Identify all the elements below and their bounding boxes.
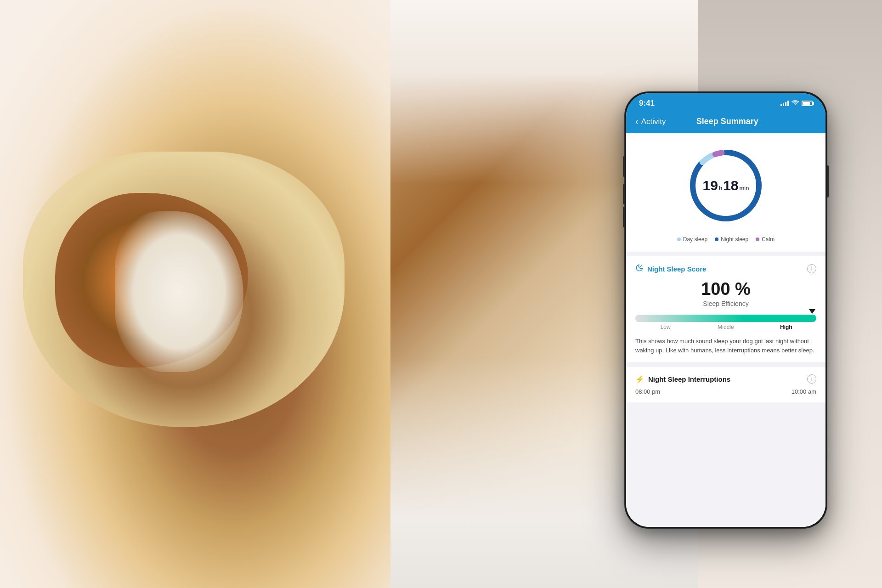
legend-night-sleep: Night sleep xyxy=(715,236,748,243)
chevron-left-icon: ‹ xyxy=(635,116,639,127)
moon-icon xyxy=(635,264,644,274)
progress-low-label: Low xyxy=(635,324,695,330)
back-button[interactable]: ‹ Activity xyxy=(635,116,666,127)
sleep-minutes: 18 xyxy=(723,177,738,194)
nav-bar: ‹ Activity Sleep Summary xyxy=(626,112,825,133)
circle-center-text: 19 h 18 min xyxy=(703,177,749,194)
phone-device: 9:41 xyxy=(625,92,827,528)
battery-icon xyxy=(802,101,813,106)
sleep-circle-section: 19 h 18 min Day sleep xyxy=(626,133,825,252)
night-sleep-label: Night sleep xyxy=(721,236,748,243)
interruptions-header: ⚡ Night Sleep Interruptions i xyxy=(635,374,816,384)
sleep-progress-container: Low Middle High xyxy=(635,315,816,330)
minutes-unit: min xyxy=(740,185,749,192)
status-bar: 9:41 xyxy=(626,93,825,112)
dog-scene xyxy=(0,0,390,588)
signal-icon xyxy=(780,101,789,106)
progress-indicator-arrow xyxy=(809,309,815,314)
interruptions-info-button[interactable]: i xyxy=(807,374,816,384)
sleep-circle-container: 19 h 18 min xyxy=(684,144,767,227)
progress-bar-fill xyxy=(635,315,816,322)
legend-calm: Calm xyxy=(756,236,775,243)
score-description: This shows how much sound sleep your dog… xyxy=(635,337,816,355)
interruptions-start-time: 08:00 pm xyxy=(635,388,660,395)
progress-high-label: High xyxy=(756,324,816,330)
night-sleep-dot xyxy=(715,237,718,241)
interruptions-time-row: 08:00 pm 10:00 am xyxy=(635,388,816,395)
lightning-icon: ⚡ xyxy=(635,375,645,384)
interruptions-title: ⚡ Night Sleep Interruptions xyxy=(635,375,730,384)
interruptions-title-text: Night Sleep Interruptions xyxy=(648,375,730,383)
score-info-button[interactable]: i xyxy=(807,264,816,273)
info-icon-2: i xyxy=(811,376,813,382)
sleep-score-section: Night Sleep Score i 100 % Sleep Efficien… xyxy=(626,256,825,362)
hours-unit: h xyxy=(719,185,722,192)
interruptions-end-time: 10:00 am xyxy=(792,388,816,395)
progress-labels: Low Middle High xyxy=(635,324,816,330)
score-sublabel: Sleep Efficiency xyxy=(635,300,816,307)
score-section-header: Night Sleep Score i xyxy=(635,264,816,274)
progress-middle-label: Middle xyxy=(695,324,756,330)
phone-wrapper: 9:41 xyxy=(625,92,827,528)
day-sleep-dot xyxy=(677,237,681,241)
progress-bar-track xyxy=(635,315,816,322)
info-icon: i xyxy=(811,266,813,272)
nav-title: Sleep Summary xyxy=(666,117,789,126)
interruptions-section: ⚡ Night Sleep Interruptions i 08:00 pm 1… xyxy=(626,367,825,402)
score-value: 100 % xyxy=(635,279,816,299)
app-content[interactable]: 19 h 18 min Day sleep xyxy=(626,133,825,527)
wifi-icon xyxy=(792,100,799,107)
legend-day-sleep: Day sleep xyxy=(677,236,707,243)
sleep-legend: Day sleep Night sleep Calm xyxy=(677,236,775,243)
calm-label: Calm xyxy=(762,236,775,243)
back-label: Activity xyxy=(641,117,666,126)
sleep-hours: 19 xyxy=(703,177,718,194)
calm-dot xyxy=(756,237,759,241)
phone-screen: 9:41 xyxy=(626,93,825,527)
score-title: Night Sleep Score xyxy=(635,264,706,274)
score-title-text: Night Sleep Score xyxy=(647,265,706,273)
status-icons xyxy=(780,100,813,107)
status-time: 9:41 xyxy=(639,99,655,108)
svg-point-4 xyxy=(640,266,641,267)
day-sleep-label: Day sleep xyxy=(683,236,707,243)
